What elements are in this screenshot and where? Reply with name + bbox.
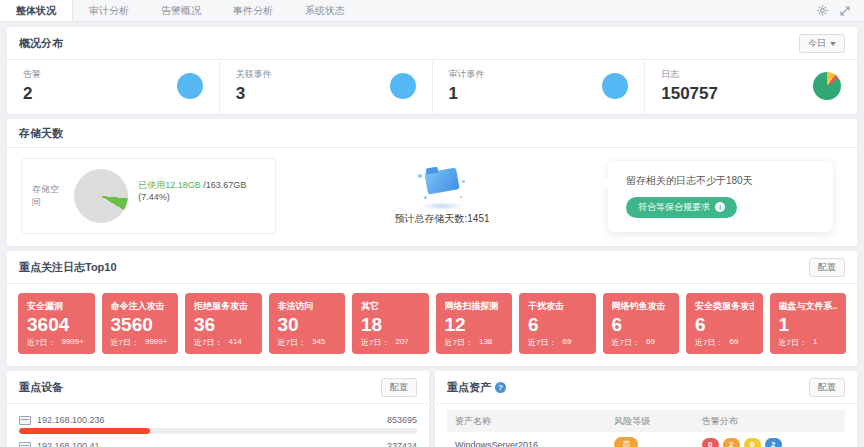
device-icon xyxy=(19,416,31,425)
log-card-title: 网络扫描探测 xyxy=(445,300,504,313)
storage-title: 存储天数 xyxy=(19,126,63,141)
device-icon xyxy=(19,442,31,447)
storage-space-box: 存储空间 已使用12.18GB /163.67GB (7.44%) xyxy=(21,158,276,234)
log-card-recent-label: 近7日： xyxy=(27,337,55,348)
storage-space-label: 存储空间 xyxy=(32,183,64,209)
device-bar-fill xyxy=(19,428,150,434)
log-card-recent-value: 9999+ xyxy=(145,337,167,348)
top10-log-card[interactable]: 网络钓鱼攻击 6 近7日： 69 xyxy=(603,293,680,354)
assets-title: 重点资产 xyxy=(447,380,491,395)
stat-value: 150757 xyxy=(661,84,718,104)
stat-label: 告警 xyxy=(23,68,41,81)
log-card-recent-label: 近7日： xyxy=(612,337,640,348)
blue-circle-icon xyxy=(177,73,203,99)
overview-stats: 告警 2 关联事件 3 审计事件 1 日志 150757 xyxy=(7,60,857,114)
blue-circle-icon xyxy=(602,73,628,99)
stat-label: 审计事件 xyxy=(449,68,485,81)
storage-card: 存储天数 存储空间 已使用12.18GB /163.67GB (7.44%) xyxy=(7,119,857,246)
storage-used-text: 已使用12.18GB xyxy=(138,180,201,190)
log-card-recent-value: 207 xyxy=(395,337,408,348)
tab-bar-tabs: 整体状况审计分析告警概况事件分析系统状态 xyxy=(0,0,817,21)
stat-value: 3 xyxy=(236,84,272,104)
chevron-down-icon xyxy=(830,42,836,46)
device-row[interactable]: 192.168.100.41 237424 xyxy=(19,441,417,447)
tab-3[interactable]: 事件分析 xyxy=(217,0,289,21)
retention-note: 留存相关的日志不少于180天 xyxy=(626,174,815,188)
log-card-recent-value: 345 xyxy=(312,337,325,348)
column-alarm-distribution: 告警分布 xyxy=(702,415,845,428)
device-log-count: 237424 xyxy=(387,441,417,447)
log-pie-chart-icon xyxy=(813,72,841,100)
top10-logs-card: 重点关注日志Top10 配置 安全漏洞 3604 近7日： 9999+ 命令注入… xyxy=(7,251,857,366)
top10-log-card[interactable]: 安全漏洞 3604 近7日： 9999+ xyxy=(18,293,95,354)
log-card-recent-label: 近7日： xyxy=(528,337,556,348)
log-card-title: 网络钓鱼攻击 xyxy=(612,300,671,313)
date-range-dropdown[interactable]: 今日 xyxy=(799,34,845,53)
overview-stat[interactable]: 审计事件 1 xyxy=(433,60,646,114)
top10-log-card[interactable]: 网络扫描探测 12 近7日： 138 xyxy=(436,293,513,354)
top10-config-button[interactable]: 配置 xyxy=(809,258,845,277)
fullscreen-expand-icon[interactable] xyxy=(840,6,850,16)
column-asset-name: 资产名称 xyxy=(447,415,614,428)
log-card-value: 3604 xyxy=(27,313,86,337)
log-card-value: 12 xyxy=(445,313,504,337)
overview-title: 概况分布 xyxy=(19,36,63,51)
device-row[interactable]: 192.168.100.236 853695 xyxy=(19,415,417,434)
overview-card: 概况分布 今日 告警 2 关联事件 3 审计事件 1 日志 150757 xyxy=(7,27,857,114)
compliance-bubble: 留存相关的日志不少于180天 符合等保合规要求 i xyxy=(608,161,833,232)
log-card-title: 命令注入攻击 xyxy=(111,300,170,313)
log-card-title: 干扰攻击 xyxy=(528,300,587,313)
log-card-value: 30 xyxy=(278,313,337,337)
help-icon[interactable]: ? xyxy=(495,382,506,393)
compliance-badge-label: 符合等保合规要求 xyxy=(638,201,710,214)
device-bar-track xyxy=(19,428,417,434)
date-range-value: 今日 xyxy=(808,37,826,50)
top10-log-card[interactable]: 其它 18 近7日： 207 xyxy=(352,293,429,354)
log-card-title: 非法访问 xyxy=(278,300,337,313)
stat-value: 2 xyxy=(23,84,41,104)
key-assets-card: 重点资产 ? 配置 资产名称 风险等级 告警分布 WindowsServer20… xyxy=(435,371,857,447)
asset-row[interactable]: WindowsServer2016 高 0202 xyxy=(447,432,845,447)
top10-log-card[interactable]: 非法访问 30 近7日： 345 xyxy=(269,293,346,354)
asset-table-header: 资产名称 风险等级 告警分布 xyxy=(447,410,845,432)
blue-circle-icon xyxy=(390,73,416,99)
top10-card-list: 安全漏洞 3604 近7日： 9999+ 命令注入攻击 3560 近7日： 99… xyxy=(7,284,857,366)
log-card-title: 磁盘与文件系... xyxy=(779,300,838,313)
overview-stat[interactable]: 告警 2 xyxy=(7,60,220,114)
devices-title: 重点设备 xyxy=(19,380,63,395)
log-card-recent-label: 近7日： xyxy=(194,337,222,348)
column-risk-level: 风险等级 xyxy=(614,415,702,428)
assets-config-button[interactable]: 配置 xyxy=(809,378,845,397)
alarm-count-badge: 0 xyxy=(744,438,761,447)
tab-0[interactable]: 整体状况 xyxy=(0,0,73,21)
tab-1[interactable]: 审计分析 xyxy=(73,0,145,21)
tab-4[interactable]: 系统状态 xyxy=(289,0,361,21)
stat-label: 日志 xyxy=(661,68,718,81)
top10-log-card[interactable]: 命令注入攻击 3560 近7日： 9999+ xyxy=(102,293,179,354)
log-card-title: 安全漏洞 xyxy=(27,300,86,313)
compliance-badge-button[interactable]: 符合等保合规要求 i xyxy=(626,197,737,218)
overview-stat[interactable]: 日志 150757 xyxy=(645,60,857,114)
log-card-recent-label: 近7日： xyxy=(111,337,139,348)
log-card-value: 6 xyxy=(612,313,671,337)
settings-gear-icon[interactable] xyxy=(817,5,828,16)
top10-log-card[interactable]: 磁盘与文件系... 1 近7日： 1 xyxy=(770,293,847,354)
log-card-value: 6 xyxy=(528,313,587,337)
tab-2[interactable]: 告警概况 xyxy=(145,0,217,21)
top10-log-card[interactable]: 干扰攻击 6 近7日： 69 xyxy=(519,293,596,354)
top10-log-card[interactable]: 安全类服务攻击 6 近7日： 69 xyxy=(686,293,763,354)
log-card-recent-value: 1 xyxy=(813,337,817,348)
asset-rows: WindowsServer2016 高 0202 UAC 高 0200 cent… xyxy=(447,432,845,447)
log-card-recent-value: 138 xyxy=(479,337,492,348)
overview-stat[interactable]: 关联事件 3 xyxy=(220,60,433,114)
log-card-title: 其它 xyxy=(361,300,420,313)
device-ip: 192.168.100.236 xyxy=(37,415,381,425)
log-card-recent-value: 9999+ xyxy=(61,337,83,348)
devices-config-button[interactable]: 配置 xyxy=(381,378,417,397)
log-card-recent-label: 近7日： xyxy=(361,337,389,348)
top10-title: 重点关注日志Top10 xyxy=(19,260,117,275)
top10-log-card[interactable]: 拒绝服务攻击 36 近7日： 414 xyxy=(185,293,262,354)
log-card-recent-label: 近7日： xyxy=(278,337,306,348)
risk-level-badge: 高 xyxy=(614,437,638,447)
top-tab-bar: 整体状况审计分析告警概况事件分析系统状态 xyxy=(0,0,864,22)
